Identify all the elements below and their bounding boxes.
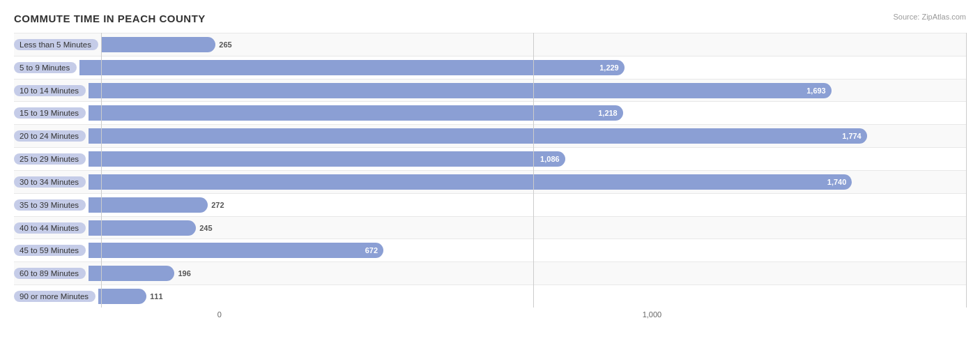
bar-fill: 1,693 bbox=[89, 83, 832, 98]
bar-label: 40 to 44 Minutes bbox=[14, 222, 86, 234]
grid-line bbox=[966, 33, 967, 308]
bar-value: 1,229 bbox=[599, 63, 619, 72]
bar-fill: 672 bbox=[89, 243, 383, 258]
bar-track: 111 bbox=[98, 289, 966, 304]
bar-label: 90 or more Minutes bbox=[14, 291, 95, 302]
chart-container: COMMUTE TIME IN PEACH COUNTY Source: Zip… bbox=[0, 0, 980, 364]
chart-title: COMMUTE TIME IN PEACH COUNTY bbox=[14, 13, 966, 24]
bar-label: Less than 5 Minutes bbox=[14, 39, 98, 50]
bar-fill: 196 bbox=[89, 266, 174, 281]
bar-track: 245 bbox=[89, 220, 966, 236]
bar-row: 60 to 89 Minutes196 bbox=[14, 261, 966, 285]
bar-row: 20 to 24 Minutes1,774 bbox=[14, 124, 966, 147]
bar-row: Less than 5 Minutes265 bbox=[14, 33, 966, 56]
bar-value: 1,740 bbox=[827, 178, 847, 186]
bar-row: 10 to 14 Minutes1,693 bbox=[14, 79, 966, 102]
axis-tick: 1,000 bbox=[643, 310, 662, 319]
bar-track: 265 bbox=[101, 37, 966, 52]
bar-fill: 1,218 bbox=[89, 105, 623, 121]
bar-label: 30 to 34 Minutes bbox=[14, 176, 86, 188]
bar-label: 15 to 19 Minutes bbox=[14, 107, 86, 119]
bar-track: 272 bbox=[89, 197, 966, 213]
bar-row: 40 to 44 Minutes245 bbox=[14, 216, 966, 239]
axis-tick: 0 bbox=[217, 310, 222, 319]
bar-fill: 265 bbox=[101, 37, 215, 52]
bar-value: 245 bbox=[199, 224, 212, 232]
bar-fill: 1,086 bbox=[89, 151, 565, 167]
bar-value: 1,693 bbox=[806, 86, 826, 95]
source-label: Source: ZipAtlas.com bbox=[893, 13, 966, 21]
bar-value: 111 bbox=[150, 292, 162, 301]
bar-value: 265 bbox=[219, 40, 231, 49]
bar-label: 20 to 24 Minutes bbox=[14, 130, 86, 142]
bar-label: 35 to 39 Minutes bbox=[14, 199, 86, 211]
bar-row: 30 to 34 Minutes1,740 bbox=[14, 170, 966, 193]
axis-area: 01,0002,000 bbox=[132, 308, 966, 321]
bar-row: 35 to 39 Minutes272 bbox=[14, 193, 966, 216]
bar-track: 1,229 bbox=[79, 60, 966, 75]
bar-fill: 1,774 bbox=[89, 128, 867, 144]
bar-fill: 111 bbox=[98, 289, 146, 304]
bar-label: 60 to 89 Minutes bbox=[14, 268, 86, 279]
bar-label: 10 to 14 Minutes bbox=[14, 85, 86, 96]
bar-value: 672 bbox=[365, 246, 378, 255]
bar-track: 1,086 bbox=[89, 151, 966, 167]
bar-value: 272 bbox=[211, 201, 224, 209]
chart-area: Less than 5 Minutes2655 to 9 Minutes1,22… bbox=[14, 33, 966, 321]
bar-fill: 1,740 bbox=[89, 174, 852, 190]
bar-value: 1,086 bbox=[540, 155, 560, 163]
bar-track: 672 bbox=[89, 243, 966, 258]
bar-row: 5 to 9 Minutes1,229 bbox=[14, 56, 966, 79]
bar-fill: 1,229 bbox=[79, 60, 625, 75]
bar-fill: 272 bbox=[89, 197, 208, 213]
bar-value: 196 bbox=[178, 269, 190, 278]
bar-track: 1,218 bbox=[89, 105, 966, 121]
bar-label: 25 to 29 Minutes bbox=[14, 153, 86, 165]
bar-fill: 245 bbox=[89, 220, 196, 236]
bars-section: Less than 5 Minutes2655 to 9 Minutes1,22… bbox=[14, 33, 966, 308]
bar-value: 1,774 bbox=[842, 132, 862, 140]
bar-row: 90 or more Minutes111 bbox=[14, 285, 966, 308]
bar-label: 45 to 59 Minutes bbox=[14, 245, 86, 256]
bar-track: 196 bbox=[89, 266, 966, 281]
bar-track: 1,774 bbox=[89, 128, 966, 144]
bar-value: 1,218 bbox=[598, 109, 618, 117]
bar-row: 25 to 29 Minutes1,086 bbox=[14, 147, 966, 170]
bar-track: 1,693 bbox=[89, 83, 966, 98]
bar-row: 45 to 59 Minutes672 bbox=[14, 238, 966, 261]
bar-row: 15 to 19 Minutes1,218 bbox=[14, 101, 966, 124]
bar-label: 5 to 9 Minutes bbox=[14, 62, 77, 73]
bar-track: 1,740 bbox=[89, 174, 966, 190]
